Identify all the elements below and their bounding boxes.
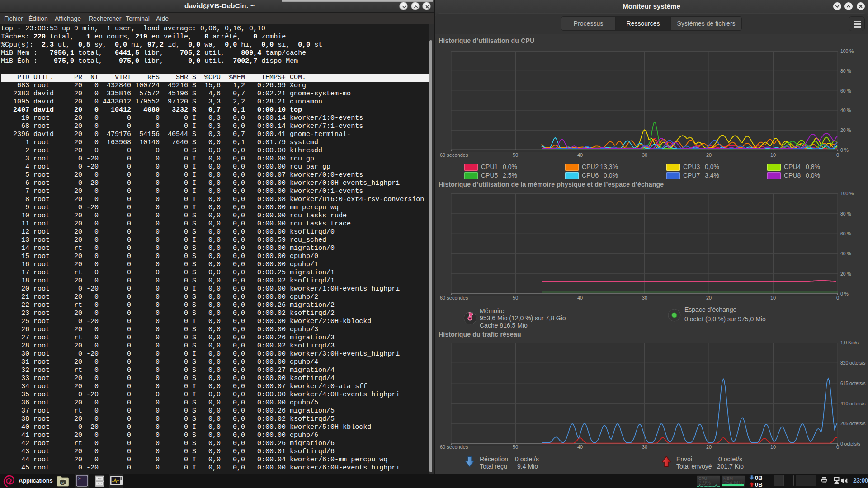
svg-text:>_: >_ [78,477,83,481]
svg-text:D: D [61,481,64,485]
